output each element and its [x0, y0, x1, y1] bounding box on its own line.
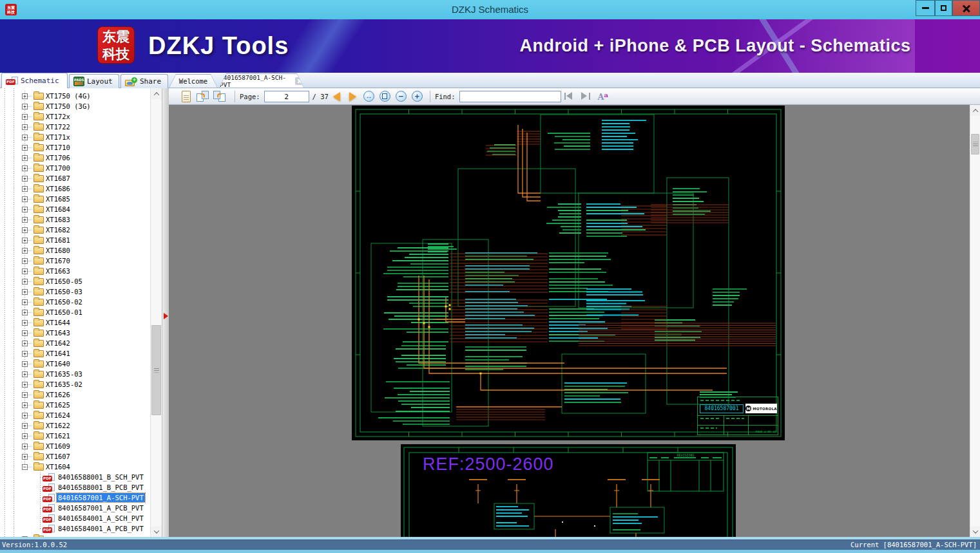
tree-file-item[interactable]: PDF84016584001_A_PCB_PVT	[0, 523, 150, 534]
expand-toggle[interactable]: +	[22, 104, 28, 109]
tree-folder-item[interactable]: +XT1686	[0, 183, 150, 194]
expand-toggle[interactable]: +	[22, 248, 28, 254]
tab-close-icon[interactable]	[295, 77, 303, 85]
tree-folder-item[interactable]: +XT1650-03	[0, 286, 150, 297]
tree-folder-item[interactable]: +XT1621	[0, 431, 150, 441]
minimize-button[interactable]	[916, 0, 935, 16]
expand-toggle[interactable]: +	[22, 444, 28, 449]
expand-toggle[interactable]: +	[22, 196, 28, 202]
tree-folder-item[interactable]: −XT1604	[0, 462, 150, 472]
next-page-button[interactable]	[349, 92, 356, 101]
tree-folder-item[interactable]: +XT1750 (4G)	[0, 91, 150, 101]
fit-page-button[interactable]	[380, 91, 390, 102]
rotate-cw-button[interactable]	[197, 91, 209, 102]
scroll-up-button[interactable]	[970, 105, 980, 116]
scroll-down-button[interactable]	[970, 526, 980, 537]
tree-folder-item[interactable]: +XT1607	[0, 451, 150, 462]
tree-file-item[interactable]: PDF84016588001_B_SCH_PVT	[0, 472, 150, 482]
expand-toggle[interactable]: +	[22, 423, 28, 429]
tree-folder-item[interactable]: +XT1609	[0, 441, 150, 451]
tree-folder-item[interactable]: +XT1663	[0, 266, 150, 276]
copy-page-button[interactable]	[182, 91, 191, 102]
expand-toggle[interactable]: +	[22, 413, 28, 418]
tree-folder-item[interactable]: +XT1650-05	[0, 276, 150, 286]
tree-folder-item[interactable]: +XT1750 (3G)	[0, 101, 150, 111]
tree-file-item[interactable]: PDF84016587001_A-SCH-PVT	[0, 492, 150, 503]
expand-toggle[interactable]: +	[22, 93, 28, 99]
prev-page-button[interactable]	[333, 92, 340, 101]
tree-folder-item[interactable]: +XT1681	[0, 235, 150, 245]
maximize-button[interactable]	[935, 0, 952, 16]
tree-folder-item[interactable]: +XT1635-02	[0, 379, 150, 389]
expand-toggle[interactable]: +	[22, 310, 28, 315]
page-input[interactable]	[264, 91, 309, 102]
collapse-arrow-icon[interactable]	[164, 313, 168, 319]
tree-folder-item[interactable]: +XT1644	[0, 317, 150, 328]
tree-folder-item[interactable]: +XT1650-02	[0, 297, 150, 307]
expand-toggle[interactable]: +	[22, 371, 28, 377]
expand-toggle[interactable]: +	[22, 279, 28, 285]
tree-folder-item[interactable]: +XT172x	[0, 111, 150, 122]
schematic-viewer[interactable]: 84016587001 MMOTOROLA PAGE 2 OF 37 REF:2…	[169, 105, 970, 537]
tab-schematic[interactable]: PDF Schematic	[1, 73, 68, 88]
tree-folder-item[interactable]: +XT1624	[0, 410, 150, 420]
tree-folder-item[interactable]: +XT1622	[0, 420, 150, 431]
tree-file-item[interactable]: PDF84016584001_A_SCH_PVT	[0, 513, 150, 523]
find-prev-button[interactable]	[564, 92, 575, 100]
expand-toggle[interactable]: +	[22, 135, 28, 140]
expand-toggle[interactable]: +	[22, 433, 28, 439]
tree-folder-item[interactable]: +XT1687	[0, 173, 150, 183]
tree-folder-item[interactable]: +XT1685	[0, 194, 150, 204]
expand-toggle[interactable]: +	[22, 155, 28, 161]
tree-file-item[interactable]: PDF84016588001_B_PCB_PVT	[0, 482, 150, 492]
sidebar-splitter[interactable]	[162, 88, 169, 537]
fit-width-button[interactable]: ↔	[363, 91, 374, 102]
expand-toggle[interactable]: +	[22, 207, 28, 212]
expand-toggle[interactable]: +	[22, 124, 28, 130]
expand-toggle[interactable]: +	[22, 268, 28, 274]
file-tree[interactable]: +XT1750 (4G)+XT1750 (3G)+XT172x+XT1722+X…	[0, 88, 150, 537]
expand-toggle[interactable]: +	[22, 351, 28, 357]
sidebar-scrollbar[interactable]	[150, 88, 162, 537]
tree-folder-item[interactable]: +XT1722	[0, 122, 150, 132]
expand-toggle[interactable]: +	[22, 114, 28, 120]
zoom-in-button[interactable]: +	[412, 91, 423, 102]
expand-toggle[interactable]: +	[22, 454, 28, 460]
tree-folder-item[interactable]: +XT171x	[0, 132, 150, 142]
expand-toggle[interactable]: +	[22, 217, 28, 223]
expand-toggle[interactable]: +	[22, 227, 28, 233]
expand-toggle[interactable]: +	[22, 330, 28, 336]
close-button[interactable]	[952, 0, 980, 16]
tree-folder-item[interactable]: +XT1683	[0, 214, 150, 225]
tab-welcome[interactable]: Welcome	[169, 74, 218, 88]
tab-document[interactable]: 84016587001_A-SCH-PVT	[219, 73, 304, 88]
tree-folder-item[interactable]: +XT1643	[0, 328, 150, 338]
tree-folder-item[interactable]: +XT1706	[0, 153, 150, 163]
scrollbar-thumb[interactable]	[971, 134, 979, 155]
zoom-out-button[interactable]: −	[396, 91, 407, 102]
tree-folder-item[interactable]: +XT1684	[0, 204, 150, 214]
expand-toggle[interactable]: +	[22, 382, 28, 388]
expand-toggle[interactable]: +	[22, 176, 28, 182]
tree-folder-item[interactable]: +XT1635-03	[0, 369, 150, 379]
find-input[interactable]	[459, 91, 561, 102]
find-next-button[interactable]	[580, 92, 591, 100]
expand-toggle[interactable]: +	[22, 165, 28, 171]
expand-toggle[interactable]: +	[22, 392, 28, 398]
expand-toggle[interactable]: −	[22, 464, 28, 470]
expand-toggle[interactable]: +	[22, 402, 28, 408]
tree-folder-item[interactable]: +XT1680	[0, 245, 150, 256]
scrollbar-thumb[interactable]	[151, 325, 161, 415]
tree-folder-item[interactable]: +XT1641	[0, 348, 150, 359]
expand-toggle[interactable]: +	[22, 289, 28, 295]
tree-folder-item[interactable]: +XT1642	[0, 338, 150, 348]
tab-layout[interactable]: PADS Layout	[69, 74, 119, 88]
expand-toggle[interactable]: +	[22, 145, 28, 151]
case-sensitive-button[interactable]: Aa	[598, 90, 609, 102]
expand-toggle[interactable]: +	[22, 320, 28, 326]
expand-toggle[interactable]: +	[22, 299, 28, 305]
tree-folder-item[interactable]: +XT1710	[0, 142, 150, 153]
tree-folder-item[interactable]: +XT1650-01	[0, 307, 150, 317]
expand-toggle[interactable]: +	[22, 258, 28, 264]
tree-folder-item[interactable]: +XT1682	[0, 225, 150, 235]
